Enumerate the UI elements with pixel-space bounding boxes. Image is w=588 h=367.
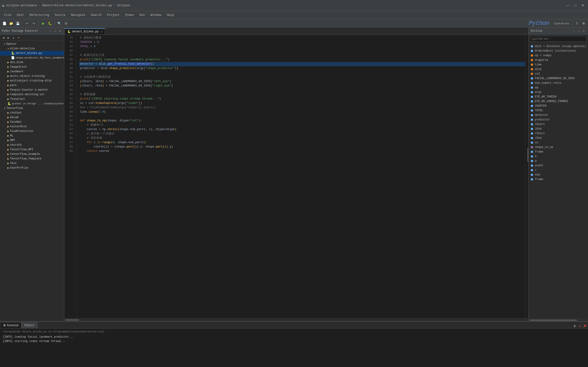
outline-item-ordereddict[interactable]: OrderedDict (collections) bbox=[528, 49, 588, 53]
sidebar-item-dataa[interactable]: ▶ DataA bbox=[0, 115, 64, 120]
sidebar-item-detect-blinks[interactable]: 🐍 detect_blinks.py bbox=[0, 51, 64, 56]
menu-help[interactable]: Help bbox=[164, 12, 176, 18]
outline-item-predictor[interactable]: predictor bbox=[528, 117, 588, 122]
outline-item-rstart[interactable]: rStart bbox=[528, 131, 588, 136]
menu-search[interactable]: Search bbox=[89, 12, 104, 18]
sidebar-item-tensorflow-example[interactable]: ▶ tensorflow_example bbox=[0, 152, 64, 156]
sidebar-refresh[interactable]: ↻ bbox=[17, 35, 21, 40]
outline-item-dlib[interactable]: dlib bbox=[528, 67, 588, 72]
scrollbar[interactable] bbox=[525, 35, 528, 318]
outline-item-args[interactable]: args bbox=[528, 90, 588, 94]
menu-source[interactable]: Source bbox=[52, 12, 68, 18]
outline-item-dim[interactable]: dim bbox=[528, 173, 588, 177]
sidebar-item-python-env[interactable]: 🐍 python (e:\Progr ... conda3\python.exe… bbox=[0, 101, 64, 106]
toolbar-search[interactable]: 🔍 bbox=[56, 20, 62, 26]
sidebar-item-landmark[interactable]: ▶ landmark bbox=[0, 69, 64, 74]
outline-item-h[interactable]: h bbox=[528, 154, 588, 159]
menu-edit[interactable]: Edit bbox=[15, 12, 26, 18]
tab-console[interactable]: 🖥 Console bbox=[0, 322, 21, 328]
quick-access[interactable]: Quick Access bbox=[553, 20, 571, 26]
console-stop[interactable]: ■ bbox=[578, 324, 582, 328]
tab-detect-blinks[interactable]: 🐍 detect_blinks.py ✕ bbox=[64, 28, 105, 35]
sidebar-item-ml[interactable]: ▶ ML bbox=[0, 133, 64, 138]
outline-item-cv2[interactable]: cv2 bbox=[528, 72, 588, 76]
outline-item-time[interactable]: time bbox=[528, 62, 588, 67]
sidebar-item-tensorflow-api[interactable]: ▶ Tensorflow_API bbox=[0, 147, 64, 152]
code-editor[interactable]: 43 44 45 46 47 48 49 50 51 52 53 54 55 5… bbox=[64, 35, 528, 318]
outline-item-frame2[interactable]: frame bbox=[528, 177, 588, 182]
outline-item-w[interactable]: w bbox=[528, 159, 588, 163]
toolbar-open[interactable]: 📁 bbox=[8, 20, 14, 26]
outline-max[interactable]: □ bbox=[577, 29, 581, 33]
sidebar-item-tensorflow-template[interactable]: ▶ Tensorflow_Template bbox=[0, 156, 64, 161]
toolbar-run[interactable]: ▶ bbox=[40, 20, 46, 26]
toolbar-save[interactable]: 💾 bbox=[15, 20, 21, 26]
menu-project[interactable]: Project bbox=[105, 12, 122, 18]
sidebar-item-blink-detection[interactable]: ▾ blink-detection bbox=[0, 46, 64, 51]
outline-item-ap[interactable]: ap bbox=[528, 85, 588, 90]
sidebar-item-template-matching[interactable]: ▶ template-matching-ocr bbox=[0, 92, 64, 97]
toolbar-new[interactable]: 📄 bbox=[1, 20, 7, 26]
sidebar-item-park[interactable]: ▶ park bbox=[0, 83, 64, 88]
sidebar-up[interactable]: ▲ bbox=[11, 35, 16, 40]
sidebar-item-tensorflow[interactable]: ▾ TensorFlow bbox=[0, 106, 64, 110]
sidebar-item-shape-predictor[interactable]: 📄 shape_predictor_68_face_landmarks.dat bbox=[0, 56, 64, 60]
outline-scrollbar[interactable] bbox=[528, 319, 588, 321]
toolbar-btn-a[interactable]: 文 bbox=[574, 20, 580, 26]
outline-item-eye-ar-consec[interactable]: EYE_AR_CONSEC_FRAMES bbox=[528, 99, 588, 104]
toolbar-settings[interactable]: ⚙ bbox=[63, 20, 69, 26]
outline-item-total[interactable]: TOTAL bbox=[528, 108, 588, 113]
outline-item-eye-ar-thresh[interactable]: EYE_AR_THRESH bbox=[528, 94, 588, 99]
sidebar-item-opencv[interactable]: ▾ Opencv bbox=[0, 42, 64, 46]
sidebar-item-people-counter[interactable]: ▶ People-Counter-1-master bbox=[0, 88, 64, 92]
sidebar-item-dnn-blob[interactable]: ▶ dnn_blob bbox=[0, 60, 64, 65]
sidebar-item-shurafa[interactable]: ▶ shurafa bbox=[0, 143, 64, 147]
menu-window[interactable]: Window bbox=[148, 12, 164, 18]
outline-item-facial-landmarks[interactable]: FACIAL_LANDMARKS_68_IDXS bbox=[528, 76, 588, 81]
outline-filter-input[interactable] bbox=[532, 37, 585, 40]
outline-item-lstart[interactable]: lStart bbox=[528, 122, 588, 127]
sidebar-back[interactable]: ◀ bbox=[1, 35, 6, 40]
outline-item-detector[interactable]: detector bbox=[528, 113, 588, 117]
horizontal-scrollbar[interactable] bbox=[64, 318, 528, 321]
code-content[interactable]: # 初始化计数器 COUNTER = 0 TOTAL = 0 # 检测与定位工具… bbox=[76, 35, 525, 318]
outline-item-lend[interactable]: lEnd bbox=[528, 127, 588, 131]
sidebar-collapse[interactable]: □ bbox=[53, 29, 57, 33]
outline-item-vs[interactable]: vs bbox=[528, 140, 588, 145]
menu-run[interactable]: Run bbox=[137, 12, 147, 18]
outline-item-argparse[interactable]: argparse bbox=[528, 58, 588, 62]
maximize-button[interactable]: □ bbox=[572, 2, 578, 8]
sidebar-item-test[interactable]: ▶ Test bbox=[0, 161, 64, 166]
toolbar-btn-b[interactable]: ▦ bbox=[581, 20, 587, 26]
toolbar-redo[interactable]: ↪ bbox=[31, 20, 37, 26]
outline-item-dist[interactable]: dist = distance (scipy.spatial) bbox=[528, 44, 588, 49]
sidebar-item-facenet[interactable]: ▶ FaceNet bbox=[0, 120, 64, 124]
sidebar-item-fasterrcnn[interactable]: ▶ FasterRcnn bbox=[0, 124, 64, 129]
sidebar-item-tesseract[interactable]: ▶ Tesseract bbox=[0, 97, 64, 101]
tab-pyunit[interactable]: PyUnit bbox=[21, 322, 37, 328]
sidebar-forward[interactable]: ▶ bbox=[6, 35, 10, 40]
sidebar-item-imagestich[interactable]: ▶ ImageStich bbox=[0, 65, 64, 69]
outline-close[interactable]: ✕ bbox=[582, 29, 586, 33]
outline-minimize[interactable]: ─ bbox=[572, 29, 576, 33]
console-clear[interactable]: 🗑 bbox=[572, 324, 577, 328]
sidebar-item-userprofile[interactable]: ▶ UserProfile bbox=[0, 166, 64, 170]
outline-filter-box[interactable] bbox=[530, 36, 587, 42]
outline-item-rend[interactable]: rEnd bbox=[528, 136, 588, 140]
minimize-button[interactable]: ─ bbox=[565, 2, 571, 8]
sidebar-item-multi-object[interactable]: ▶ multi-object-tracking bbox=[0, 74, 64, 78]
menu-navigate[interactable]: Navigate bbox=[69, 12, 87, 18]
outline-item-counter[interactable]: COUNTER bbox=[528, 104, 588, 108]
console-pin[interactable]: 📌 bbox=[582, 324, 587, 328]
sidebar-item-chatbot[interactable]: ▶ chatbot bbox=[0, 110, 64, 115]
sidebar-item-nmt[interactable]: ▶ NMT bbox=[0, 138, 64, 143]
toolbar-undo[interactable]: ↩ bbox=[24, 20, 30, 26]
outline-item-frame1[interactable]: frame bbox=[528, 150, 588, 154]
close-button[interactable]: ✕ bbox=[580, 2, 586, 8]
toolbar-debug[interactable]: 🐛 bbox=[47, 20, 53, 26]
tab-close[interactable]: ✕ bbox=[101, 30, 102, 33]
menu-file[interactable]: File bbox=[2, 12, 14, 18]
sidebar-item-multiobject-dlib[interactable]: ▶ multiobject-tracking-dlib bbox=[0, 78, 64, 83]
outline-item-width[interactable]: width bbox=[528, 163, 588, 168]
menu-pydev[interactable]: Pydev bbox=[123, 12, 137, 18]
